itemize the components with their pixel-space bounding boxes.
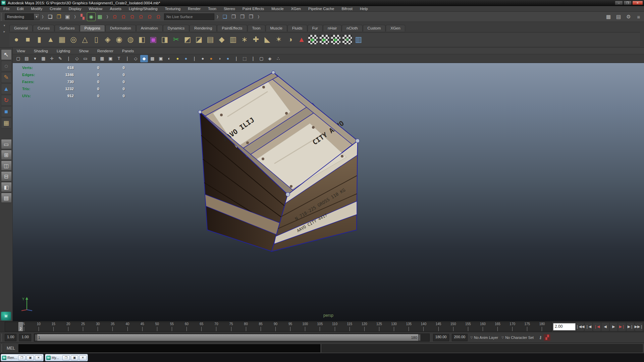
new-scene-icon[interactable]: ❏ [46,13,54,21]
shaded-icon[interactable]: ◆ [140,55,148,62]
poly-platonic-icon[interactable]: ◈ [102,34,113,45]
menu-item[interactable]: Texturing [165,7,181,11]
plugin-shapes-icon[interactable]: ∴ [274,55,282,62]
renderer-dropdown[interactable]: Rendering [5,13,34,20]
maya-logo-button[interactable]: M [1,312,11,320]
camera-bookmarks-icon[interactable]: ▾ [31,55,39,62]
layout-outliner-graph[interactable]: ▤ [1,193,12,203]
step-forward-key-button[interactable]: ▶❘ [618,323,626,331]
snap-to-view-plane-icon[interactable]: Ω [146,13,154,21]
wedge-icon[interactable]: ◣ [262,34,273,45]
poly-sphere-icon[interactable]: ● [11,34,22,45]
combine-icon[interactable]: ◧ [136,34,148,45]
use-all-lights-icon[interactable]: ▣ [157,55,165,62]
live-surface-field[interactable]: No Live Surface [164,13,214,20]
save-scene-icon[interactable]: ▣ [63,13,71,21]
close-window-button[interactable]: ✕ [35,355,42,360]
step-forward-frame-button[interactable]: ▶❘ [627,323,634,331]
anim-layer-selector[interactable]: ▽ No Anim Layer [470,336,498,340]
gate-mask-icon[interactable]: ▨ [90,55,98,62]
image-plane-icon[interactable]: ▦ [40,55,47,62]
snap-to-projected-center-icon[interactable]: Ω [137,13,145,21]
select-by-component-icon[interactable]: ▦ [96,13,104,21]
command-line-grip[interactable] [1,345,3,352]
shelf-tab[interactable]: Muscle [266,25,287,32]
append-polygon-icon[interactable]: ✚ [250,34,262,45]
safe-action-icon[interactable]: ▣ [107,55,114,62]
menu-item[interactable]: Display [69,7,82,11]
renderer-dropdown-arrow[interactable]: ▾ [34,13,40,20]
group-collapser[interactable]: ❭ [257,15,260,18]
go-to-end-button[interactable]: ▶▶❘ [635,323,643,331]
poly-torus-icon[interactable]: ◎ [68,34,79,45]
play-backwards-button[interactable]: ◀ [601,323,609,331]
lasso-tool[interactable]: ◌ [1,61,12,71]
multi-cut-icon[interactable]: ✂ [170,34,182,45]
poke-icon[interactable]: ✶ [273,34,284,45]
menu-item[interactable]: Window [89,7,102,11]
shelf-tab[interactable]: Deformation [105,25,136,32]
menu-item[interactable]: XGen [291,7,301,11]
shelf-tab[interactable]: Animation [136,25,163,32]
ambient-occlusion-icon[interactable]: ● [174,55,181,62]
move-tool[interactable]: ▲ [1,83,12,94]
render-current-frame-icon[interactable]: ❒ [230,13,238,21]
shelf-tab[interactable]: Fluids [287,25,307,32]
make-live-icon[interactable]: Ω [154,13,162,21]
group-collapser[interactable]: ❭ [216,15,219,18]
time-slider-track[interactable]: 5 10 15 20 25 [5,322,552,331]
menu-item[interactable]: Help [360,7,368,11]
panel-menu-item[interactable]: Panels [122,49,134,53]
snap-to-curve-icon[interactable]: Ω [119,13,127,21]
taskbar-window-item[interactable]: M Ren... ❐ ▣ ✕ [1,354,44,361]
default-material-icon[interactable]: ● [199,55,207,62]
smooth-icon[interactable]: ◉ [113,34,125,45]
select-by-object-icon[interactable]: ◉ [87,13,95,21]
reduce-icon[interactable]: ◍ [125,34,136,45]
attribute-editor-icon[interactable]: ▤ [614,13,623,21]
taskbar-window-item[interactable]: M Hy... ❐ ▣ ✕ [45,354,88,361]
poly-cylinder-icon[interactable]: ▮ [34,34,45,45]
mirror-geometry-icon[interactable]: ◑ [284,34,296,45]
menu-item[interactable]: Modify [31,7,42,11]
poly-cube-icon[interactable]: ■ [22,34,34,45]
step-back-key-button[interactable]: ❘◀ [593,323,601,331]
motion-blur-icon[interactable]: ● [182,55,190,62]
select-by-hierarchy-icon[interactable]: ▚ [78,13,87,21]
shelf-tab[interactable]: Polygons [80,25,105,32]
smooth-shade-icon[interactable]: ● [224,55,232,62]
sep[interactable]: ❘ [123,55,131,62]
shadows-icon[interactable]: ◐ [165,55,173,62]
group-collapser[interactable]: ❭ [106,15,109,18]
extrude-icon[interactable]: ▤ [205,34,216,45]
viewport-canvas[interactable]: Verts: 618 0 0 Edges: 1346 0 0 Faces: [13,63,644,321]
panel-menu-item[interactable]: Show [79,49,89,53]
go-to-start-button[interactable]: ❘◀◀ [576,323,584,331]
group-collapser[interactable]: ❭ [73,15,76,18]
crate-model[interactable]: N 718-225 GROSS 110 KG AAVO CITY 4417 AA… [13,63,644,321]
boolean-icon[interactable]: ◪ [193,34,205,45]
range-slider-grip[interactable] [1,334,3,341]
shelf-tab[interactable]: Curves [33,25,54,32]
shelf-tab[interactable]: Rendering [190,25,217,32]
mel-label[interactable]: MEL [7,346,15,351]
animation-preferences-icon[interactable]: ▞ [544,334,550,341]
half-shaded-icon[interactable]: ◑ [216,55,223,62]
two-d-pan-zoom-icon[interactable]: ✛ [48,55,56,62]
scale-tool[interactable]: ■ [1,106,12,117]
minimize-button[interactable]: – [615,1,623,5]
modeling-toolkit-icon[interactable]: ▩ [604,13,612,21]
range-end-handle[interactable] [418,334,421,341]
film-gate-icon[interactable]: ◇ [73,55,81,62]
shelf-tab[interactable]: Surfaces [55,25,79,32]
xray-icon[interactable]: ◈ [266,55,274,62]
play-forwards-button[interactable]: ▶ [610,323,618,331]
select-camera-icon[interactable]: ▢ [14,55,22,62]
sep[interactable]: ❘ [232,55,240,62]
sep[interactable]: ❘ [65,55,72,62]
shelf-tab[interactable]: General [9,25,33,32]
layout-graph-persp[interactable]: ◧ [1,182,12,192]
channel-box-icon[interactable]: ≡ [635,13,643,21]
quad-draw-icon[interactable]: ▶ [308,35,318,44]
panel-menu-item[interactable]: Renderer [97,49,113,53]
